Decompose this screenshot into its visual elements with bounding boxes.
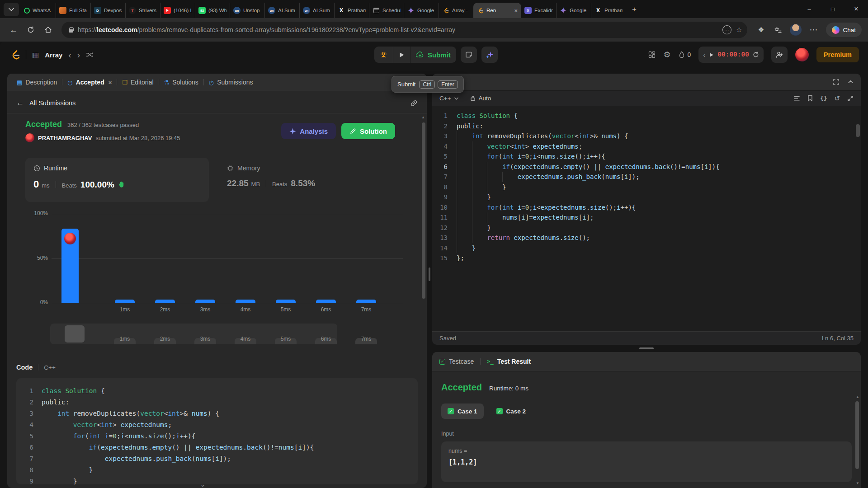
runtime-card[interactable]: Runtime 0 ms Beats 100.00% [25,158,209,202]
timer-widget[interactable]: ‹ 00:00:00 [698,47,764,63]
ai-assistant-button[interactable] [481,47,498,63]
collapse-panel-icon[interactable] [848,79,854,85]
debug-button[interactable] [374,47,393,63]
submit-button[interactable]: Submit [410,47,456,63]
testcase-scrollbar[interactable] [855,401,859,469]
browser-tab-strivers[interactable]: TStrivers [125,3,160,18]
timer-collapse-icon[interactable]: ‹ [703,52,705,58]
favorites-hub-icon[interactable] [771,23,785,37]
tab-testcase[interactable]: ✓ Testcase [439,358,474,365]
copy-link-button[interactable] [410,99,418,107]
next-problem-icon[interactable]: › [77,51,80,59]
chart-bar-4ms[interactable] [236,300,255,303]
new-tab-button[interactable]: + [627,3,641,16]
browser-menu-icon[interactable]: ⋯ [806,23,821,37]
browser-tab-whatsa[interactable]: WhatsA [21,3,56,18]
solution-button[interactable]: Solution [341,123,395,139]
chart-bar-2ms[interactable] [155,300,175,303]
close-button[interactable]: × [844,0,868,18]
submitted-code-block[interactable]: 1class Solution {2public:3 int removeDup… [16,378,418,484]
chart-bar-5ms[interactable] [276,300,296,303]
copilot-chat-button[interactable]: Chat [826,23,862,37]
editor-code-area[interactable]: 1class Solution {2public:3 int removeDup… [432,106,861,331]
browser-tab-excalidr[interactable]: ×Excalidr [521,3,556,18]
minimize-button[interactable]: – [797,0,821,18]
auto-mode-toggle[interactable]: Auto [470,95,491,102]
format-icon[interactable] [793,95,800,101]
browser-tab-1046-l[interactable]: (1046) L [160,3,195,18]
browser-tab-93-wh[interactable]: 93(93) Wh [195,3,230,18]
streak-counter[interactable]: 0 [679,51,691,58]
tab-test-result[interactable]: >_ Test Result [487,358,531,365]
browser-tab-array[interactable]: Array - [439,3,473,18]
browser-tab-ren[interactable]: Ren× [473,3,521,18]
browser-tab-ai-sum[interactable]: unAI Sum [264,3,299,18]
chart-range-slider[interactable]: 1ms2ms3ms4ms5ms6ms7ms [50,324,337,344]
notes-button[interactable] [461,47,477,63]
back-arrow-icon[interactable]: ← [16,99,24,108]
browser-tab-pratham[interactable]: XPratham [591,3,626,18]
undo-icon[interactable]: ↺ [834,94,840,103]
bookmark-star-icon[interactable]: ☆ [736,26,742,34]
tab-close-icon[interactable]: × [514,7,518,14]
tab-solutions[interactable]: ⚗Solutions [160,79,203,86]
tab-editorial[interactable]: ❒Editorial [118,79,157,86]
browser-tab-pratham[interactable]: XPratham [334,3,369,18]
user-avatar[interactable] [795,48,809,61]
reload-button[interactable] [24,23,38,37]
case-chip-case-2[interactable]: ✓Case 2 [490,404,533,419]
invite-button[interactable] [771,47,788,63]
chart-bar-7ms[interactable] [356,300,376,303]
submitter-name[interactable]: PRATHAMRAGHAV [38,135,92,141]
editor-scrollbar[interactable] [856,124,860,137]
chart-bar-6ms[interactable] [316,300,336,303]
browser-tab-google[interactable]: Google [404,3,439,18]
problem-list-title[interactable]: Array [45,51,62,59]
problem-list-grid-icon[interactable]: ▦ [32,51,39,59]
browser-tab-ai-sum[interactable]: unAI Sum [299,3,334,18]
browser-tab-google[interactable]: Google [556,3,591,18]
tab-close-icon[interactable]: × [108,79,112,86]
runtime-distribution-chart[interactable]: 100%50%0%1ms2ms3ms4ms5ms6ms7ms1ms2ms3ms4… [16,209,405,345]
home-button[interactable] [41,23,55,37]
premium-button[interactable]: Premium [816,47,859,62]
back-button[interactable]: ← [6,23,21,37]
chart-bar-3ms[interactable] [195,300,215,303]
fullscreen-icon[interactable] [833,79,840,85]
browser-tab-full-sta[interactable]: Full Sta [56,3,90,18]
chart-bar-1ms[interactable] [115,300,135,303]
prev-problem-icon[interactable]: ‹ [68,51,71,59]
browser-tab-devpost[interactable]: DDevpost [90,3,125,18]
tab-submissions[interactable]: ◷Submissions [205,79,257,86]
analysis-button[interactable]: Analysis [281,123,336,139]
memory-card[interactable]: Memory 22.85 MB Beats 8.53% [227,158,315,202]
expand-icon[interactable] [847,95,854,102]
page-actions-icon[interactable]: ⋯ [722,25,731,34]
slider-handle[interactable] [65,325,85,343]
language-selector[interactable]: C++ [439,95,458,102]
browser-tab-schedul[interactable]: Schedul [369,3,404,18]
all-submissions-link[interactable]: All Submissions [29,99,75,107]
input-box[interactable]: nums = [1,1,2] [441,441,852,482]
browser-profile-avatar[interactable] [790,24,802,36]
brackets-icon[interactable]: {} [820,95,827,102]
layout-icon[interactable] [648,51,656,58]
browser-tab-unstop[interactable]: unUnstop [230,3,264,18]
case-chip-case-1[interactable]: ✓Case 1 [441,404,484,419]
extensions-icon[interactable]: ❖ [754,23,768,37]
tab-search-button[interactable] [4,3,19,16]
timer-play-icon[interactable] [709,52,714,57]
horizontal-resize-handle[interactable] [639,347,654,349]
settings-gear-icon[interactable]: ⚙ [663,50,670,60]
tab-description[interactable]: ▤Description [13,79,61,86]
left-panel-scrollbar[interactable] [422,122,425,299]
scrollbar-up-arrow[interactable]: ▲ [856,395,859,399]
leetcode-logo[interactable] [10,49,20,60]
scrollbar-up-arrow[interactable]: ▲ [420,115,426,119]
timer-reset-icon[interactable] [753,52,759,58]
run-button[interactable] [393,47,410,63]
address-bar[interactable]: https://leetcode.com/problems/remove-dup… [61,22,747,38]
maximize-button[interactable]: □ [821,0,844,18]
shuffle-icon[interactable] [86,52,94,58]
tab-accepted[interactable]: ◷Accepted× [63,79,116,86]
